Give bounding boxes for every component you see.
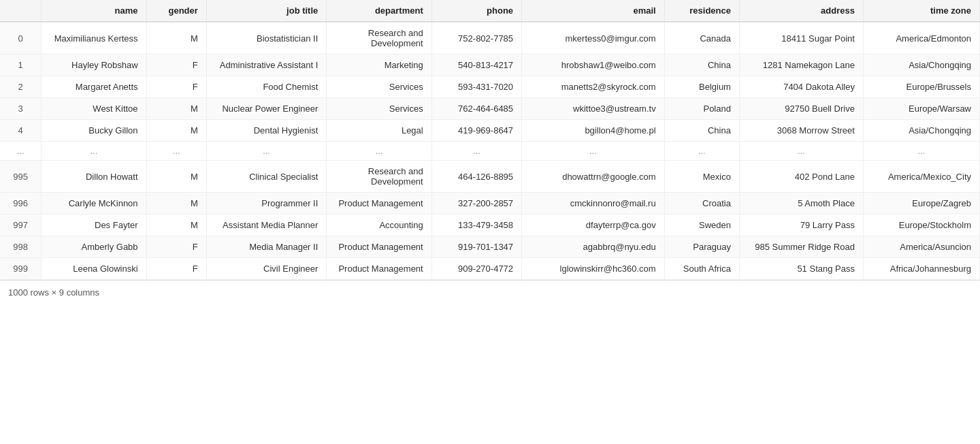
- table-row[interactable]: 997Des FayterMAssistant Media PlannerAcc…: [0, 215, 980, 236]
- cell-address: 1281 Namekagon Lane: [739, 54, 863, 76]
- cell-residence: Poland: [664, 98, 739, 120]
- table-row[interactable]: 2Margaret AnettsFFood ChemistServices593…: [0, 76, 980, 98]
- cell-index: 998: [0, 236, 42, 258]
- cell-email: lglowinskirr@hc360.com: [522, 258, 665, 280]
- table-row[interactable]: 995Dillon HowattMClinical SpecialistRese…: [0, 161, 980, 193]
- cell-phone: 464-126-8895: [431, 161, 521, 193]
- cell-email: cmckinnonro@mail.ru: [522, 193, 665, 215]
- cell-timezone: Africa/Johannesburg: [863, 258, 979, 280]
- cell-address: 51 Stang Pass: [739, 258, 863, 280]
- cell-gender: M: [146, 215, 206, 236]
- cell-name: West Kittoe: [42, 98, 146, 120]
- cell-department: Marketing: [327, 54, 431, 76]
- cell-gender: ...: [146, 142, 206, 161]
- cell-phone: 762-464-6485: [431, 98, 521, 120]
- cell-timezone: Asia/Chongqing: [863, 54, 979, 76]
- cell-phone: 919-701-1347: [431, 236, 521, 258]
- cell-gender: M: [146, 22, 206, 54]
- cell-department: Research and Development: [327, 161, 431, 193]
- cell-timezone: Europe/Stockholm: [863, 215, 979, 236]
- cell-index: 995: [0, 161, 42, 193]
- cell-address: 402 Pond Lane: [739, 161, 863, 193]
- table-footer: 1000 rows × 9 columns: [0, 280, 980, 304]
- cell-jobtitle: Dental Hygienist: [206, 120, 326, 142]
- cell-jobtitle: Programmer II: [206, 193, 326, 215]
- cell-gender: M: [146, 161, 206, 193]
- cell-department: Research and Development: [327, 22, 431, 54]
- table-row[interactable]: 999Leena GlowinskiFCivil EngineerProduct…: [0, 258, 980, 280]
- cell-email: agabbrq@nyu.edu: [522, 236, 665, 258]
- data-table: name gender job title department phone e…: [0, 0, 980, 280]
- col-header-phone[interactable]: phone: [431, 0, 521, 22]
- cell-address: 3068 Morrow Street: [739, 120, 863, 142]
- cell-phone: 419-969-8647: [431, 120, 521, 142]
- cell-name: Bucky Gillon: [42, 120, 146, 142]
- cell-address: 92750 Buell Drive: [739, 98, 863, 120]
- cell-residence: China: [664, 120, 739, 142]
- col-header-timezone[interactable]: time zone: [863, 0, 979, 22]
- cell-timezone: Europe/Zagreb: [863, 193, 979, 215]
- cell-timezone: America/Edmonton: [863, 22, 979, 54]
- cell-name: Dillon Howatt: [42, 161, 146, 193]
- col-header-jobtitle[interactable]: job title: [206, 0, 326, 22]
- col-header-department[interactable]: department: [327, 0, 431, 22]
- cell-residence: Paraguay: [664, 236, 739, 258]
- cell-timezone: Europe/Brussels: [863, 76, 979, 98]
- cell-gender: M: [146, 120, 206, 142]
- col-header-name[interactable]: name: [42, 0, 146, 22]
- cell-phone: 593-431-7020: [431, 76, 521, 98]
- cell-address: 79 Larry Pass: [739, 215, 863, 236]
- cell-name: Amberly Gabb: [42, 236, 146, 258]
- cell-gender: M: [146, 98, 206, 120]
- col-header-address[interactable]: address: [739, 0, 863, 22]
- cell-residence: Mexico: [664, 161, 739, 193]
- cell-timezone: ...: [863, 142, 979, 161]
- cell-jobtitle: ...: [206, 142, 326, 161]
- table-row[interactable]: 1Hayley RobshawFAdministrative Assistant…: [0, 54, 980, 76]
- cell-phone: 752-802-7785: [431, 22, 521, 54]
- cell-index: 997: [0, 215, 42, 236]
- cell-department: ...: [327, 142, 431, 161]
- cell-residence: China: [664, 54, 739, 76]
- cell-department: Product Management: [327, 258, 431, 280]
- cell-phone: 909-270-4772: [431, 258, 521, 280]
- table-row[interactable]: 0Maximilianus KertessMBiostatistician II…: [0, 22, 980, 54]
- col-header-gender[interactable]: gender: [146, 0, 206, 22]
- cell-email: hrobshaw1@weibo.com: [522, 54, 665, 76]
- cell-jobtitle: Civil Engineer: [206, 258, 326, 280]
- cell-jobtitle: Administrative Assistant I: [206, 54, 326, 76]
- cell-jobtitle: Nuclear Power Engineer: [206, 98, 326, 120]
- cell-email: manetts2@skyrock.com: [522, 76, 665, 98]
- cell-gender: F: [146, 236, 206, 258]
- cell-email: bgillon4@home.pl: [522, 120, 665, 142]
- cell-index: 4: [0, 120, 42, 142]
- col-header-residence[interactable]: residence: [664, 0, 739, 22]
- data-table-container: name gender job title department phone e…: [0, 0, 980, 304]
- cell-residence: Canada: [664, 22, 739, 54]
- cell-residence: Belgium: [664, 76, 739, 98]
- cell-phone: ...: [431, 142, 521, 161]
- cell-residence: Croatia: [664, 193, 739, 215]
- cell-name: ...: [42, 142, 146, 161]
- col-header-email[interactable]: email: [522, 0, 665, 22]
- cell-timezone: Europe/Warsaw: [863, 98, 979, 120]
- cell-address: 18411 Sugar Point: [739, 22, 863, 54]
- cell-index: 0: [0, 22, 42, 54]
- table-row[interactable]: 996Carlyle McKinnonMProgrammer IIProduct…: [0, 193, 980, 215]
- table-row[interactable]: 3West KittoeMNuclear Power EngineerServi…: [0, 98, 980, 120]
- cell-jobtitle: Clinical Specialist: [206, 161, 326, 193]
- cell-timezone: America/Mexico_City: [863, 161, 979, 193]
- col-header-index: [0, 0, 42, 22]
- cell-address: 5 Amoth Place: [739, 193, 863, 215]
- table-row[interactable]: 4Bucky GillonMDental HygienistLegal419-9…: [0, 120, 980, 142]
- cell-name: Maximilianus Kertess: [42, 22, 146, 54]
- cell-gender: F: [146, 76, 206, 98]
- cell-jobtitle: Food Chemist: [206, 76, 326, 98]
- table-row[interactable]: 998Amberly GabbFMedia Manager IIProduct …: [0, 236, 980, 258]
- cell-residence: South Africa: [664, 258, 739, 280]
- table-row[interactable]: ..............................: [0, 142, 980, 161]
- cell-index: 1: [0, 54, 42, 76]
- cell-index: 996: [0, 193, 42, 215]
- cell-name: Margaret Anetts: [42, 76, 146, 98]
- cell-timezone: Asia/Chongqing: [863, 120, 979, 142]
